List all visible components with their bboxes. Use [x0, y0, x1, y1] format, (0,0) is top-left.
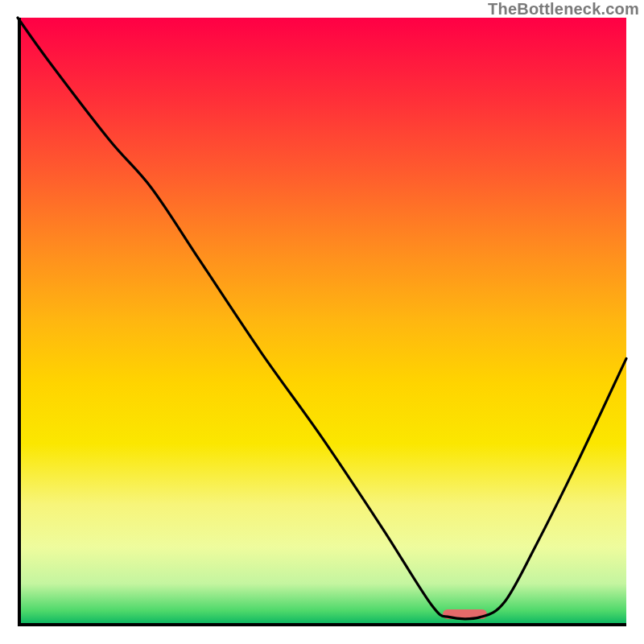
watermark-text: TheBottleneck.com — [488, 0, 639, 19]
bottleneck-curve-svg — [18, 18, 626, 626]
bottleneck-curve-path — [18, 18, 626, 619]
bottleneck-chart: TheBottleneck.com — [0, 0, 644, 644]
